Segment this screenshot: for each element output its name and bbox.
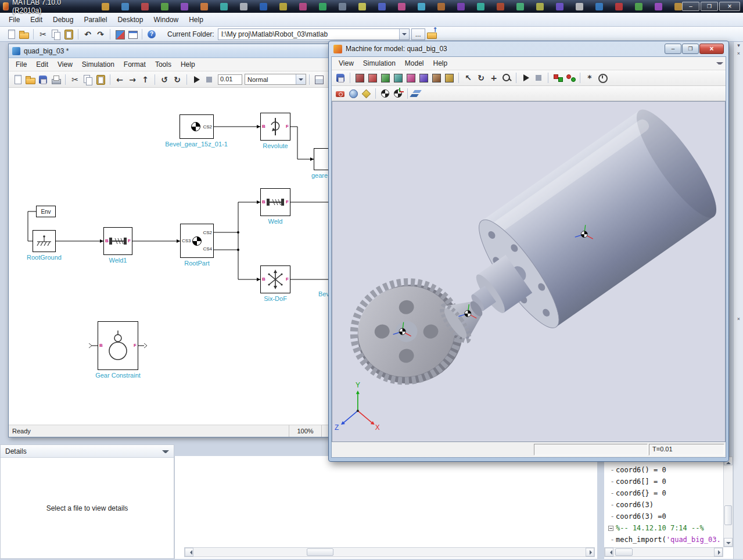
close-button[interactable] — [719, 2, 740, 11]
mc-menu-view[interactable]: View — [334, 58, 358, 69]
sl-menu-edit[interactable]: Edit — [31, 59, 53, 70]
maximize-button[interactable] — [682, 44, 699, 54]
scroll-down-button[interactable] — [724, 538, 733, 547]
cube-6-icon[interactable] — [418, 72, 429, 84]
model-canvas[interactable]: Env RootGround B — [9, 88, 328, 425]
camera-icon[interactable] — [335, 88, 346, 99]
cube-7-icon[interactable] — [430, 72, 442, 84]
cg-ball-icon[interactable] — [379, 88, 391, 99]
marker-pair-1-icon[interactable] — [552, 72, 563, 84]
redo-icon[interactable]: ↷ — [95, 28, 106, 40]
block-bevel-gear[interactable]: CS2 — [180, 114, 214, 139]
orbit-icon[interactable]: ↻ — [475, 72, 487, 84]
open-model-icon[interactable] — [24, 74, 36, 85]
print-icon[interactable] — [50, 74, 62, 85]
history-entry[interactable]: mech_import('quad_big_03. — [609, 534, 733, 545]
block-gear-constraint[interactable]: B F — [98, 321, 138, 370]
history-entry[interactable]: coord6{} = 0 — [609, 487, 733, 499]
files-area[interactable] — [174, 456, 597, 559]
block-weld[interactable]: B F — [260, 188, 290, 216]
start-simulation-icon[interactable] — [520, 72, 532, 84]
up-folder-button[interactable] — [426, 28, 437, 40]
mc-menu-help[interactable]: Help — [429, 58, 453, 69]
minimize-button[interactable] — [682, 2, 699, 11]
stop-simulation-icon[interactable] — [533, 72, 544, 84]
simulation-stop-time-input[interactable]: 0.01 — [218, 74, 242, 85]
sl-menu-view[interactable]: View — [53, 59, 77, 70]
scroll-left-button[interactable] — [185, 548, 193, 557]
cut-icon[interactable]: ✂ — [69, 74, 81, 85]
simulink-icon[interactable] — [114, 28, 125, 40]
cube-8-icon[interactable] — [443, 72, 455, 84]
mc-menu-simulation[interactable]: Simulation — [358, 58, 400, 69]
sl-menu-file[interactable]: File — [11, 59, 31, 70]
copy-icon[interactable] — [82, 74, 94, 85]
forward-icon[interactable]: → — [127, 74, 138, 85]
v-scrollbar[interactable] — [723, 456, 733, 547]
history-entry[interactable]: coord6[] = 0 — [609, 476, 733, 487]
command-history-panel[interactable]: coord6() = 0 coord6[] = 0 coord6{} = 0 c… — [604, 456, 733, 559]
h-scrollbar[interactable] — [604, 547, 723, 557]
cube-1-icon[interactable] — [354, 72, 365, 84]
scroll-right-button[interactable] — [714, 548, 723, 557]
history-timestamp-entry[interactable]: %-- 14.12.10 7:14 --% — [609, 522, 733, 534]
zoom-icon[interactable] — [501, 72, 512, 84]
cube-5-icon[interactable] — [405, 72, 417, 84]
machine-3d-viewport[interactable]: Y X Z — [332, 101, 726, 442]
sl-menu-help[interactable]: Help — [176, 59, 200, 70]
cube-3-icon[interactable] — [379, 72, 391, 84]
scroll-thumb[interactable] — [724, 505, 732, 525]
block-env[interactable]: Env — [36, 206, 56, 217]
combo-dropdown-icon[interactable] — [296, 74, 306, 84]
paste-icon[interactable] — [95, 74, 106, 85]
tag-icon[interactable] — [360, 88, 372, 99]
collapse-chevron-icon[interactable] — [162, 448, 169, 455]
block-rootground[interactable] — [33, 230, 56, 252]
cg-axes-icon[interactable] — [392, 88, 404, 99]
details-header[interactable]: Details — [1, 445, 174, 458]
star-icon[interactable]: * — [584, 72, 595, 84]
save-model-icon[interactable] — [37, 74, 49, 85]
simulink-title-bar[interactable]: quad_big_03 * — [9, 44, 328, 58]
menu-overflow-icon[interactable] — [716, 60, 723, 67]
minimize-button[interactable] — [665, 44, 681, 54]
sl-menu-format[interactable]: Format — [119, 59, 150, 70]
open-file-icon[interactable] — [18, 28, 30, 40]
current-folder-input[interactable]: I:\My proj\Matlab\Robot_03\matlab — [218, 28, 410, 40]
collapse-minus-icon[interactable] — [608, 526, 613, 531]
start-simulation-icon[interactable] — [191, 74, 202, 85]
menu-debug[interactable]: Debug — [48, 14, 78, 26]
h-scrollbar[interactable] — [184, 547, 595, 557]
clock-icon[interactable] — [597, 72, 608, 84]
back-icon[interactable]: ← — [114, 74, 125, 85]
history-entry[interactable]: coord6(3) — [609, 499, 733, 511]
block-weld1[interactable]: B F — [103, 227, 132, 255]
scroll-right-button[interactable] — [586, 548, 594, 557]
paste-icon[interactable] — [63, 28, 74, 40]
save-icon[interactable] — [335, 72, 346, 84]
close-panel-icon[interactable] — [735, 50, 742, 58]
maximize-button[interactable] — [701, 2, 718, 11]
help-icon[interactable] — [146, 28, 157, 40]
close-button[interactable] — [699, 44, 724, 54]
new-script-icon[interactable] — [5, 28, 17, 40]
menu-edit[interactable]: Edit — [25, 14, 48, 26]
redo-rotate-icon[interactable]: ↻ — [171, 74, 183, 85]
block-rootpart[interactable]: CS3 CS2 CS4 — [180, 224, 214, 258]
history-entry[interactable]: coord6(3) =0 — [609, 511, 733, 522]
block-six-dof[interactable]: B F — [260, 265, 290, 293]
machine-title-bar[interactable]: Machine for model: quad_big_03 — [329, 41, 728, 56]
library-browser-icon[interactable] — [313, 74, 325, 85]
marker-pair-2-icon[interactable] — [565, 72, 576, 84]
menu-desktop[interactable]: Desktop — [112, 14, 148, 26]
cursor-icon[interactable]: ↖ — [462, 72, 474, 84]
scroll-left-button[interactable] — [605, 548, 613, 557]
undo-icon[interactable]: ↶ — [82, 28, 94, 40]
sl-menu-tools[interactable]: Tools — [150, 59, 176, 70]
guide-icon[interactable] — [127, 28, 138, 40]
copy-icon[interactable] — [50, 28, 62, 40]
pan-icon[interactable]: + — [488, 72, 500, 84]
mc-menu-model[interactable]: Model — [400, 58, 429, 69]
cut-icon[interactable]: ✂ — [37, 28, 49, 40]
up-dir-icon[interactable]: ↑ — [139, 74, 151, 85]
